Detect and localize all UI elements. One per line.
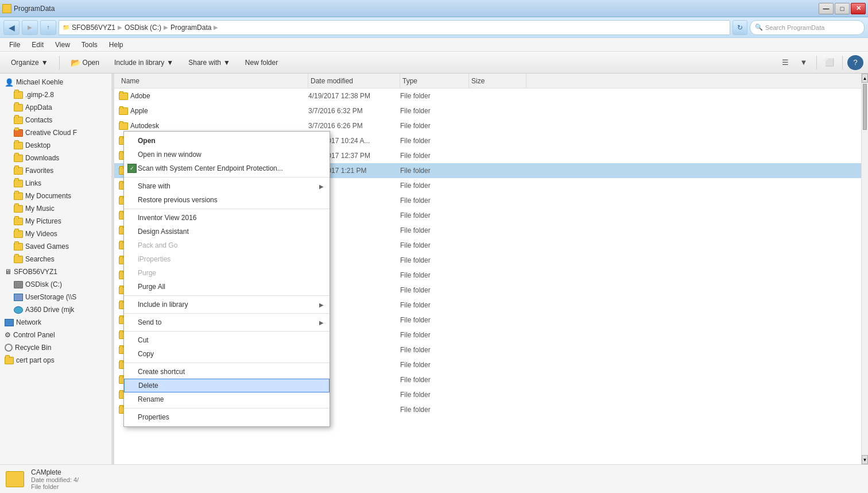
folder-icon-file-autodesk — [119, 122, 128, 130]
sidebar-label-my-documents: My Documents — [25, 192, 71, 200]
sidebar-item-favorites[interactable]: Favorites — [0, 164, 111, 177]
menu-tools[interactable]: Tools — [77, 40, 102, 50]
ctx-share-with[interactable]: Share with ▶ — [124, 179, 330, 193]
scroll-up-button[interactable]: ▲ — [862, 74, 868, 83]
menu-view[interactable]: View — [51, 40, 75, 50]
ctx-delete[interactable]: Delete — [124, 379, 330, 392]
view-details-button[interactable]: ☰ — [777, 55, 793, 70]
ctx-send-to[interactable]: Send to ▶ — [124, 315, 330, 329]
ctx-create-shortcut[interactable]: Create shortcut — [124, 365, 330, 379]
column-header-type[interactable]: Type — [400, 74, 469, 88]
help-button[interactable]: ? — [847, 55, 863, 70]
main-scrollbar[interactable]: ▲ ▼ — [861, 74, 868, 464]
search-placeholder: Search ProgramData — [765, 24, 824, 31]
file-row-apple[interactable]: Apple 3/7/2016 6:32 PM File folder — [114, 103, 861, 118]
window-title: ProgramData — [14, 5, 55, 13]
ctx-open-new-window[interactable]: Open in new window — [124, 148, 330, 161]
sidebar-item-recycle-bin[interactable]: Recycle Bin — [0, 341, 111, 354]
search-icon: 🔍 — [755, 24, 763, 31]
maximize-button[interactable]: □ — [835, 3, 850, 14]
sidebar-item-my-documents[interactable]: My Documents — [0, 190, 111, 202]
sidebar-item-downloads[interactable]: Downloads — [0, 152, 111, 164]
close-button[interactable]: ✕ — [851, 3, 866, 14]
column-header-name[interactable]: Name — [119, 74, 308, 88]
status-detail: Date modified: 4/ — [31, 476, 79, 483]
sidebar-item-creative-cloud[interactable]: Creative Cloud F — [0, 126, 111, 139]
sidebar-item-contacts[interactable]: Contacts — [0, 114, 111, 126]
column-header-size[interactable]: Size — [469, 74, 526, 88]
sidebar-item-my-videos[interactable]: My Videos — [0, 228, 111, 240]
search-bar[interactable]: 🔍 Search ProgramData — [750, 20, 865, 35]
scroll-down-button[interactable]: ▼ — [862, 455, 868, 464]
ctx-properties[interactable]: Properties — [124, 410, 330, 424]
share-with-button[interactable]: Share with ▼ — [182, 55, 237, 71]
breadcrumb-bar[interactable]: 📁 SFOB56VYZ1 ▶ OSDisk (C:) ▶ ProgramData… — [59, 20, 730, 35]
column-header-date[interactable]: Date modified — [308, 74, 400, 88]
minimize-button[interactable]: — — [819, 3, 834, 14]
explorer-window: ProgramData — □ ✕ ◀ ▶ ↑ 📁 SFOB56VYZ1 ▶ O… — [0, 0, 868, 493]
sidebar-item-sfob56vyz1[interactable]: 🖥 SFOB56VYZ1 — [0, 265, 111, 278]
organize-button[interactable]: Organize ▼ — [5, 55, 55, 71]
ctx-cut[interactable]: Cut — [124, 333, 330, 347]
sidebar-item-my-pictures[interactable]: My Pictures — [0, 215, 111, 228]
ctx-scan[interactable]: ✓ Scan with System Center Endpoint Prote… — [124, 161, 330, 175]
sidebar-item-osdisk[interactable]: OSDisk (C:) — [0, 278, 111, 291]
sidebar-item-gimp[interactable]: .gimp-2.8 — [0, 88, 111, 101]
file-type-safene: File folder — [400, 406, 469, 414]
ctx-design-assistant[interactable]: Design Assistant — [124, 225, 330, 238]
sidebar-item-searches[interactable]: Searches — [0, 253, 111, 265]
sidebar-label-userstorage: UserStorage (\\S — [25, 293, 76, 301]
sidebar-item-michael-koehle[interactable]: 👤 Michael Koehle — [0, 76, 111, 88]
breadcrumb-part3[interactable]: ProgramData — [170, 24, 211, 32]
toolbar: Organize ▼ 📂 Open Include in library ▼ S… — [0, 52, 868, 74]
folder-icon-my-documents — [14, 192, 23, 200]
sidebar-item-network[interactable]: Network — [0, 316, 111, 329]
preview-pane-button[interactable]: ⬜ — [822, 55, 838, 70]
ctx-inventor-view[interactable]: Inventor View 2016 — [124, 211, 330, 225]
forward-button[interactable]: ▶ — [22, 20, 38, 35]
toolbar-right: ☰ ▼ ⬜ ? — [777, 55, 863, 70]
sidebar-label-recycle-bin: Recycle Bin — [15, 344, 51, 352]
file-row-adobe[interactable]: Adobe 4/19/2017 12:38 PM File folder — [114, 88, 861, 103]
breadcrumb-sep3: ▶ — [214, 24, 218, 30]
sidebar-item-saved-games[interactable]: Saved Games — [0, 240, 111, 253]
ctx-inventor-view-label: Inventor View 2016 — [138, 214, 197, 222]
ctx-restore-previous[interactable]: Restore previous versions — [124, 193, 330, 207]
ctx-include-in-library-label: Include in library — [138, 301, 188, 309]
cloud-icon-a360 — [14, 306, 23, 314]
sidebar-item-control-panel[interactable]: ⚙ Control Panel — [0, 329, 111, 341]
ctx-open[interactable]: Open — [124, 134, 330, 148]
folder-icon-file-adobe — [119, 93, 128, 100]
menu-edit[interactable]: Edit — [27, 40, 48, 50]
breadcrumb-part1[interactable]: SFOB56VYZ1 — [72, 24, 115, 32]
file-type-cylance: File folder — [400, 197, 469, 205]
file-type-regid1: File folder — [400, 346, 469, 354]
include-in-library-button[interactable]: Include in library ▼ — [108, 55, 180, 71]
view-dropdown-button[interactable]: ▼ — [796, 55, 812, 70]
ctx-properties-label: Properties — [138, 413, 169, 421]
ctx-include-in-library-arrow: ▶ — [319, 302, 324, 308]
sidebar-item-my-music[interactable]: My Music — [0, 202, 111, 215]
ctx-purge-all[interactable]: Purge All — [124, 280, 330, 294]
up-button[interactable]: ↑ — [40, 20, 56, 35]
sidebar-label-sfob56vyz1: SFOB56VYZ1 — [14, 268, 57, 276]
ctx-rename[interactable]: Rename — [124, 392, 330, 406]
sidebar-item-userstorage[interactable]: UserStorage (\\S — [0, 291, 111, 303]
sidebar-item-links[interactable]: Links — [0, 177, 111, 190]
sidebar-item-cert-part-ops[interactable]: cert part ops — [0, 354, 111, 367]
menu-file[interactable]: File — [5, 40, 25, 50]
sidebar-item-a360-drive[interactable]: A360 Drive (mjk — [0, 303, 111, 316]
menu-help[interactable]: Help — [104, 40, 128, 50]
status-info: CAMplete Date modified: 4/ File folder — [31, 468, 79, 490]
sidebar-item-appdata[interactable]: AppData — [0, 101, 111, 114]
sidebar-item-desktop[interactable]: Desktop — [0, 139, 111, 152]
file-type-regid2: File folder — [400, 361, 469, 369]
refresh-button[interactable]: ↻ — [733, 20, 747, 35]
ctx-include-in-library[interactable]: Include in library ▶ — [124, 298, 330, 311]
back-button[interactable]: ◀ — [3, 20, 20, 35]
ctx-copy[interactable]: Copy — [124, 347, 330, 361]
new-folder-button[interactable]: New folder — [239, 55, 284, 71]
open-button[interactable]: 📂 Open — [64, 55, 106, 71]
breadcrumb-part2[interactable]: OSDisk (C:) — [125, 24, 161, 32]
scroll-thumb[interactable] — [863, 84, 867, 130]
